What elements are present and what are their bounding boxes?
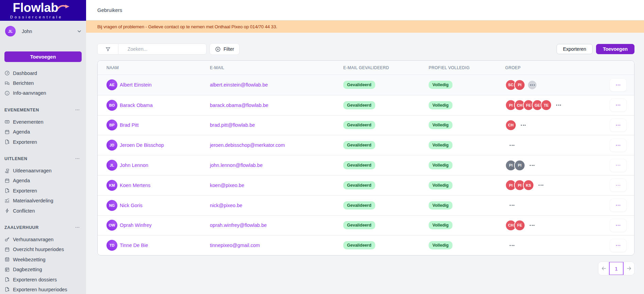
groups-cell: SCPI	[505, 79, 610, 91]
sidebar-item-uitlenen-agenda[interactable]: Agenda	[0, 176, 86, 186]
evenementen-icon	[4, 119, 10, 125]
group-badge: TE	[541, 99, 552, 111]
sidebar-item-label: Exporteren huurperiodes	[13, 287, 67, 292]
sidebar-section-zaalverhuur: ZAALVERHUURVerhuuraanvragenOverzicht huu…	[0, 222, 86, 294]
table-row: TDTinne De Bietinnepixeo@gmail.comGevali…	[98, 235, 634, 255]
add-button[interactable]: Toevoegen	[596, 44, 634, 54]
section-title: EVENEMENTEN	[4, 108, 39, 112]
sidebar-item-zaalverhuur-weekbezetting[interactable]: Weekbezetting	[0, 254, 86, 264]
sidebar-main-list: DashboardBerichtenInfo-aanvragen	[0, 68, 86, 98]
next-page-button[interactable]	[624, 262, 634, 275]
row-actions-button[interactable]	[610, 78, 627, 92]
section-more-icon[interactable]	[75, 107, 80, 112]
user-menu[interactable]: JL John	[5, 26, 82, 36]
sidebar-item-uitlenen-exporteren[interactable]: Exporteren	[0, 186, 86, 196]
dashboard-icon	[4, 70, 10, 76]
brand-title: Flowlab	[13, 2, 59, 14]
sidebar-item-zaalverhuur-exporteren-huurperiodes[interactable]: Exporteren huurperiodes	[0, 284, 86, 294]
profile-badge: Volledig	[429, 221, 452, 229]
row-actions-button[interactable]	[610, 199, 627, 212]
export-button[interactable]: Exporteren	[557, 44, 593, 54]
row-email-link[interactable]: tinnepixeo@gmail.com	[210, 243, 260, 248]
validated-badge: Gevalideerd	[343, 181, 375, 189]
row-name-link[interactable]: Jeroen De Bisschop	[120, 142, 164, 148]
sidebar-item-evenementen-exporteren[interactable]: Exporteren	[0, 137, 86, 147]
row-email-link[interactable]: jeroen.debisschop@merkator.com	[210, 142, 285, 148]
profile-badge: Volledig	[429, 81, 452, 89]
sidebar-section-uitlenen: UITLENENUitleenaanvragenAgendaExporteren…	[0, 154, 86, 216]
filter-label: Filter	[224, 46, 234, 52]
row-name-link[interactable]: Barack Obama	[120, 103, 153, 108]
sidebar-item-label: Conflicten	[13, 208, 35, 214]
groups-cell: PIPI	[505, 160, 610, 171]
row-email-link[interactable]: albert.einstein@flowlab.be	[210, 82, 268, 88]
toolbar: Filter Exporteren Toevoegen	[97, 43, 634, 55]
table-row: BOBarack Obamabarack.obama@flowlab.beGev…	[98, 95, 634, 115]
group-more-dots	[510, 245, 514, 246]
row-email-link[interactable]: brad.pitt@flowlab.be	[210, 122, 255, 128]
group-badge: KS	[523, 180, 534, 191]
row-email-link[interactable]: nick@pixeo.be	[210, 203, 242, 208]
conflicten-icon	[4, 208, 10, 214]
funnel-filter-button[interactable]	[98, 44, 118, 54]
table-row: BPBrad Pittbrad.pitt@flowlab.beGevalidee…	[98, 115, 634, 135]
sidebar-item-evenementen-agenda[interactable]: Agenda	[0, 127, 86, 137]
row-name-link[interactable]: John Lennon	[120, 163, 148, 168]
row-email-link[interactable]: koen@pixeo.be	[210, 183, 244, 188]
dagbezetting-icon	[4, 267, 10, 273]
row-actions-button[interactable]	[610, 179, 627, 192]
profile-badge: Volledig	[429, 181, 452, 189]
sidebar-item-zaalverhuur-verhuuraanvragen[interactable]: Verhuuraanvragen	[0, 234, 86, 244]
row-name-link[interactable]: Brad Pitt	[120, 122, 139, 128]
row-name-link[interactable]: Koen Mertens	[120, 183, 150, 188]
section-more-icon[interactable]	[75, 156, 80, 161]
sidebar-item-uitlenen-materiaalverdeling[interactable]: Materiaalverdeling	[0, 196, 86, 206]
filter-button[interactable]: Filter	[210, 43, 240, 55]
group-more-dots	[530, 225, 534, 226]
brand-title-text: Flowlab	[13, 1, 59, 15]
row-email-link[interactable]: barack.obama@flowlab.be	[210, 103, 268, 108]
sidebar-item-berichten[interactable]: Berichten	[0, 78, 86, 88]
user-name: John	[22, 29, 32, 34]
row-avatar: AE	[106, 79, 117, 90]
sidebar-item-zaalverhuur-dagbezetting[interactable]: Dagbezetting	[0, 264, 86, 274]
sidebar-item-evenementen-evenementen[interactable]: Evenementen	[0, 117, 86, 127]
profile-badge: Volledig	[429, 141, 452, 149]
current-page[interactable]: 1	[609, 262, 624, 275]
brand-logo: Flowlab Dossiercentrale	[0, 0, 86, 21]
sidebar-item-uitlenen-conflicten[interactable]: Conflicten	[0, 206, 86, 216]
row-email-link[interactable]: oprah.winfrey@flowlab.be	[210, 222, 267, 228]
group-more-dots	[556, 105, 561, 106]
row-actions-button[interactable]	[610, 159, 627, 172]
row-avatar: OW	[106, 220, 117, 231]
sidebar-item-label: Weekbezetting	[13, 257, 46, 262]
notice-banner: Bij vragen of problemen - Gelieve contac…	[86, 20, 644, 33]
row-name-link[interactable]: Albert Einstein	[120, 82, 152, 88]
row-actions-button[interactable]	[610, 98, 627, 112]
row-name-link[interactable]: Oprah Winfrey	[120, 222, 151, 228]
sidebar-add-button[interactable]: Toevoegen	[4, 51, 82, 62]
brand-subtitle: Dossiercentrale	[9, 15, 63, 19]
sidebar-item-zaalverhuur-exporteren-dossiers[interactable]: Exporteren dossiers	[0, 275, 86, 284]
row-actions-button[interactable]	[610, 139, 627, 152]
profile-badge: Volledig	[429, 201, 452, 210]
sidebar-item-zaalverhuur-overzicht-huurperiodes[interactable]: Overzicht huurperiodes	[0, 245, 86, 254]
group-badge: FE	[514, 220, 525, 231]
validated-badge: Gevalideerd	[343, 121, 375, 129]
row-email-link[interactable]: john.lennon@flowlab.be	[210, 163, 263, 168]
section-more-icon[interactable]	[75, 225, 80, 230]
sidebar-item-label: Evenementen	[13, 119, 43, 125]
row-name-link[interactable]: Tinne De Bie	[120, 243, 148, 248]
sidebar-item-label: Dashboard	[13, 71, 37, 76]
row-actions-button[interactable]	[610, 119, 627, 132]
sidebar-item-info-aanvragen[interactable]: Info-aanvragen	[0, 88, 86, 98]
sidebar-item-dashboard[interactable]: Dashboard	[0, 68, 86, 78]
row-name-link[interactable]: Nick Goris	[120, 203, 143, 208]
search-input[interactable]	[118, 44, 206, 54]
prev-page-button[interactable]	[598, 262, 609, 275]
sidebar-item-uitlenen-uitleenaanvragen[interactable]: Uitleenaanvragen	[0, 166, 86, 175]
row-avatar: TD	[106, 240, 117, 251]
row-actions-button[interactable]	[610, 219, 627, 232]
exporteren-icon	[4, 188, 10, 194]
row-actions-button[interactable]	[610, 239, 627, 252]
